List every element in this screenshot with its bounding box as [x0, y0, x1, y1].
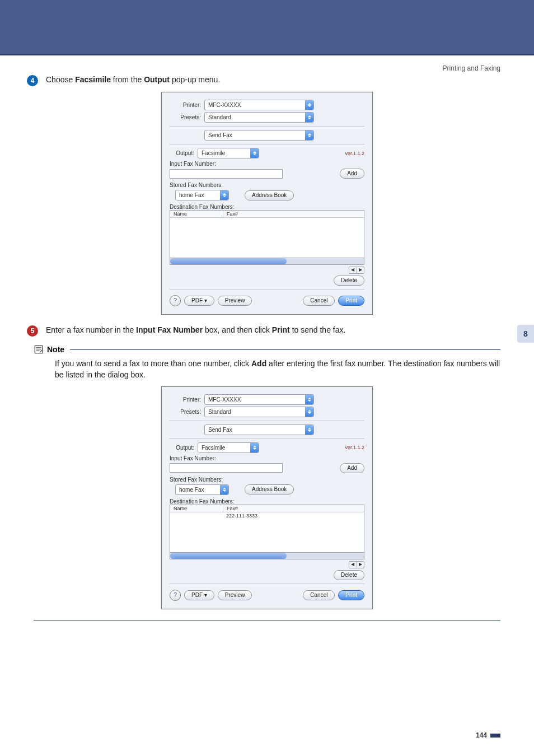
note-icon [34, 344, 44, 354]
pane-select[interactable]: Send Fax [204, 424, 314, 435]
preview-button[interactable]: Preview [218, 296, 252, 306]
dest-fax-label: Destination Fax Numbers: [170, 204, 364, 210]
pdf-menu-button[interactable]: PDF ▾ [184, 590, 214, 600]
chevron-updown-icon [305, 425, 313, 435]
step-number-icon: 5 [27, 325, 38, 337]
chevron-updown-icon [250, 148, 259, 158]
printer-label: Printer: [170, 102, 201, 108]
destination-table[interactable]: Name Fax# 222-111-3333 [170, 505, 364, 559]
delete-button[interactable]: Delete [334, 276, 364, 286]
col-fax: Fax# [223, 505, 241, 512]
step-5-text: Enter a fax number in the Input Fax Numb… [46, 325, 345, 336]
page-number: 144 [476, 731, 500, 739]
help-button[interactable]: ? [170, 295, 181, 306]
presets-label: Presets: [170, 114, 201, 120]
cell-name [170, 512, 223, 519]
note-heading: Note [34, 344, 500, 354]
input-fax-number-field[interactable] [170, 463, 283, 473]
cancel-button[interactable]: Cancel [303, 590, 335, 600]
add-button[interactable]: Add [340, 169, 364, 179]
address-book-button[interactable]: Address Book [245, 484, 294, 494]
horizontal-scrollbar[interactable] [170, 258, 364, 264]
stored-fax-label: Stored Fax Numbers: [170, 477, 364, 483]
step-4: 4 Choose Facsimile from the Output pop-u… [27, 74, 500, 86]
table-nav-arrows[interactable]: ◀▶ [349, 267, 364, 274]
stored-fax-select[interactable]: home Fax [175, 484, 229, 495]
input-fax-label: Input Fax Number: [170, 455, 364, 461]
version-label: ver.1.1.2 [345, 445, 364, 450]
table-header: Name Fax# [170, 211, 364, 218]
pdf-menu-button[interactable]: PDF ▾ [184, 296, 214, 306]
cell-fax: 222-111-3333 [223, 512, 261, 519]
version-label: ver.1.1.2 [345, 151, 364, 156]
step-number-icon: 4 [27, 75, 38, 86]
breadcrumb: Printing and Faxing [443, 64, 500, 72]
input-fax-number-field[interactable] [170, 169, 283, 179]
col-name: Name [170, 505, 223, 512]
chevron-updown-icon [220, 190, 228, 200]
input-fax-label: Input Fax Number: [170, 161, 364, 167]
chevron-updown-icon [220, 485, 228, 494]
note-body: If you want to send a fax to more than o… [55, 358, 500, 381]
print-dialog-1: Printer: MFC-XXXXX Presets: Standard Sen… [161, 92, 373, 315]
top-banner [0, 0, 534, 55]
print-dialog-2: Printer: MFC-XXXXX Presets: Standard Sen… [161, 386, 373, 609]
dest-fax-label: Destination Fax Numbers: [170, 498, 364, 505]
chevron-updown-icon [250, 443, 259, 452]
printer-select[interactable]: MFC-XXXXX [204, 100, 314, 110]
destination-table[interactable]: Name Fax# [170, 210, 364, 265]
chevron-updown-icon [305, 130, 313, 140]
presets-select[interactable]: Standard [204, 407, 314, 417]
table-nav-arrows[interactable]: ◀▶ [349, 561, 364, 568]
output-select[interactable]: Facsimile [198, 148, 259, 158]
preview-button[interactable]: Preview [218, 590, 252, 600]
chevron-updown-icon [305, 100, 313, 110]
print-button[interactable]: Print [338, 296, 364, 306]
help-button[interactable]: ? [170, 590, 181, 601]
pane-select[interactable]: Send Fax [204, 130, 314, 141]
step-4-text: Choose Facsimile from the Output pop-up … [46, 74, 220, 86]
cancel-button[interactable]: Cancel [303, 296, 335, 306]
chevron-updown-icon [305, 395, 313, 404]
chevron-updown-icon [305, 113, 313, 122]
svg-rect-0 [35, 346, 43, 353]
note-end-rule [34, 619, 500, 620]
presets-label: Presets: [170, 409, 201, 415]
stored-fax-select[interactable]: home Fax [175, 190, 229, 200]
print-button[interactable]: Print [338, 590, 364, 600]
printer-label: Printer: [170, 396, 201, 403]
stored-fax-label: Stored Fax Numbers: [170, 182, 364, 188]
horizontal-scrollbar[interactable] [170, 552, 364, 559]
output-label: Output: [170, 150, 194, 156]
printer-select[interactable]: MFC-XXXXX [204, 394, 314, 405]
col-fax: Fax# [223, 211, 241, 217]
delete-button[interactable]: Delete [334, 570, 364, 580]
presets-select[interactable]: Standard [204, 112, 314, 123]
note-label: Note [47, 345, 64, 354]
output-select[interactable]: Facsimile [198, 442, 259, 453]
address-book-button[interactable]: Address Book [245, 190, 294, 200]
col-name: Name [170, 211, 223, 217]
table-header: Name Fax# [170, 505, 364, 512]
chevron-updown-icon [305, 407, 313, 417]
step-5: 5 Enter a fax number in the Input Fax Nu… [27, 325, 500, 337]
add-button[interactable]: Add [340, 463, 364, 473]
chapter-tab: 8 [517, 325, 534, 343]
output-label: Output: [170, 445, 194, 451]
table-row[interactable]: 222-111-3333 [170, 512, 364, 519]
